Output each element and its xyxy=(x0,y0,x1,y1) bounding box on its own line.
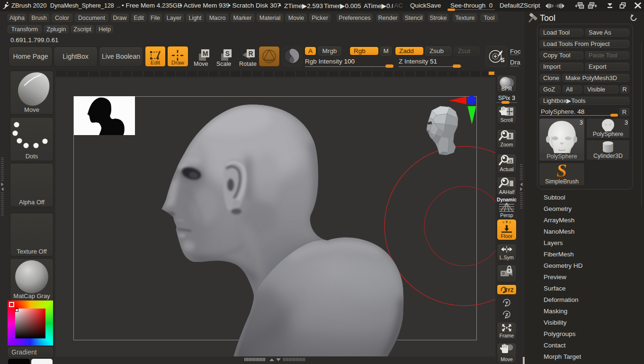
svg-text:S: S xyxy=(556,163,567,178)
svg-text:Y: Y xyxy=(505,300,509,305)
svg-text:XYZ: XYZ xyxy=(504,287,514,293)
svg-text:R: R xyxy=(248,50,253,57)
svg-text:Z: Z xyxy=(506,312,509,317)
svg-text:Draw: Draw xyxy=(171,60,185,65)
svg-text:S: S xyxy=(501,56,505,64)
svg-text:M: M xyxy=(203,50,208,57)
svg-text:S: S xyxy=(225,50,230,57)
svg-text:Edit: Edit xyxy=(151,60,161,65)
